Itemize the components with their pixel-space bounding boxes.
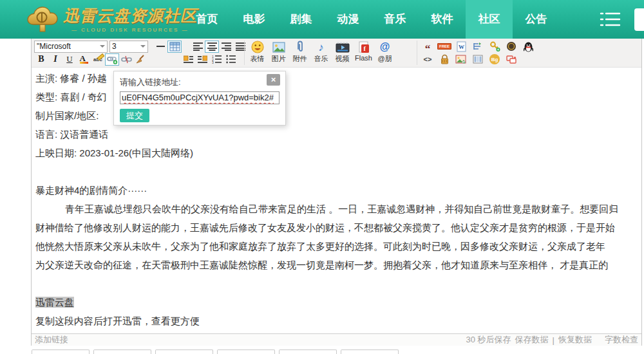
- toolbar-separator: [417, 41, 417, 65]
- menu-list-icon[interactable]: [599, 11, 622, 28]
- media-button-group: 表情 图片: [247, 40, 395, 66]
- word-document-icon: W: [457, 41, 466, 52]
- outline-button[interactable]: [469, 41, 486, 53]
- word-count-link[interactable]: 字数检查: [605, 334, 638, 346]
- indent-button[interactable]: [195, 53, 209, 66]
- text-line-synopsis-title: 暴走财神4的剧情简介······: [35, 181, 641, 200]
- clear-format-button[interactable]: [133, 53, 147, 66]
- form-box[interactable]: [341, 349, 399, 354]
- insert-code-button[interactable]: <>: [419, 53, 436, 66]
- logo-title: 迅雷云盘资源社区: [63, 5, 197, 26]
- text-line-para3: 他恍然大悟原来父亲从未吹牛，父亲为了他和家庭放弃了放弃了太多更好的选择。可此刻为…: [35, 237, 641, 256]
- toolbar-separator: [244, 41, 245, 65]
- nav-item-announcements[interactable]: 公告: [513, 0, 560, 39]
- editor-panel: "Microsoft 3: [31, 39, 642, 346]
- underline-button[interactable]: U: [62, 53, 77, 66]
- site-logo[interactable]: 迅雷云盘资源社区 — CLOUD DISK RESOURCES —: [26, 3, 197, 35]
- restore-data-link[interactable]: 恢复数据: [558, 334, 592, 346]
- qq-share-button[interactable]: [520, 41, 536, 53]
- save-data-link[interactable]: 保存数据: [515, 334, 549, 346]
- insert-link-button[interactable]: [105, 53, 119, 66]
- ordered-list-button[interactable]: 123: [209, 53, 223, 66]
- table-icon: [169, 42, 180, 51]
- background-color-button[interactable]: Bg: [486, 53, 503, 66]
- font-color-button[interactable]: A: [77, 53, 91, 66]
- svg-text:3: 3: [212, 61, 214, 64]
- free-content-button[interactable]: FREE: [436, 41, 453, 53]
- insert-table-button[interactable]: [167, 41, 182, 53]
- insert-remote-image-button[interactable]: [453, 53, 469, 66]
- align-right-icon: [222, 42, 231, 51]
- link-address-value: uE0FN4G5m0uPCcjXYvUA1?pwd=bik2#: [122, 93, 274, 102]
- hidden-content-button[interactable]: [503, 53, 520, 66]
- insert-video-button[interactable]: 视频: [332, 40, 353, 66]
- nav-item-home[interactable]: 首页: [184, 0, 231, 39]
- nav-item-community[interactable]: 社区: [466, 0, 513, 39]
- paperclip-icon: [296, 40, 305, 54]
- insert-music-button[interactable]: ♪ 音乐: [310, 40, 332, 66]
- unordered-list-button[interactable]: [223, 53, 238, 66]
- close-icon[interactable]: ×: [267, 74, 280, 86]
- nav-item-music[interactable]: 音乐: [372, 0, 419, 39]
- form-box[interactable]: [279, 349, 337, 354]
- top-navbar: 迅雷云盘资源社区 — CLOUD DISK RESOURCES — 首页 电影 …: [0, 0, 644, 39]
- mention-friend-button[interactable]: @ @朋: [374, 40, 395, 66]
- align-right-button[interactable]: [219, 41, 233, 53]
- font-color-icon: A: [80, 55, 88, 64]
- link-address-input[interactable]: uE0FN4G5m0uPCcjXYvUA1?pwd=bik2#: [120, 91, 279, 104]
- italic-button[interactable]: I: [48, 53, 62, 66]
- form-box[interactable]: [93, 349, 151, 354]
- text-line-blank: [35, 274, 641, 293]
- ordered-list-icon: 123: [212, 55, 222, 64]
- form-box[interactable]: [217, 349, 275, 354]
- editor-toolbar: "Microsoft 3: [32, 39, 641, 68]
- outdent-button[interactable]: [181, 53, 195, 66]
- hidden-content-icon: [506, 55, 517, 64]
- app-root: 迅雷云盘资源社区 — CLOUD DISK RESOURCES — 首页 电影 …: [0, 0, 644, 354]
- nav-item-software[interactable]: 软件: [419, 0, 466, 39]
- font-size-select[interactable]: 3: [109, 41, 148, 53]
- insert-image-button[interactable]: 图片: [268, 40, 289, 66]
- nav-item-anime[interactable]: 动漫: [325, 0, 372, 39]
- seal-button[interactable]: [503, 41, 520, 53]
- text-line-release: 上映日期: 2023-01-26(中国大陆网络): [35, 144, 641, 162]
- outdent-icon: [184, 55, 193, 64]
- chevron-down-icon: [100, 45, 105, 48]
- spellcheck-button[interactable]: abc: [91, 53, 105, 66]
- form-box[interactable]: [155, 349, 213, 354]
- align-left-button[interactable]: [191, 41, 205, 53]
- autosave-countdown: 30 秒后保存: [466, 334, 511, 346]
- video-icon: [336, 40, 350, 54]
- key-icon: [489, 41, 500, 51]
- blockquote-button[interactable]: “: [419, 41, 436, 53]
- indent-icon: [198, 55, 207, 64]
- emoticon-button[interactable]: 表情: [247, 40, 268, 66]
- seal-icon: [506, 41, 516, 51]
- underline-icon: U: [66, 54, 72, 64]
- logo-subtitle: — CLOUD DISK RESOURCES —: [63, 27, 197, 33]
- bold-button[interactable]: B: [34, 53, 48, 66]
- remove-link-button[interactable]: [119, 53, 133, 66]
- columns-icon: [473, 55, 483, 64]
- nav-item-series[interactable]: 剧集: [278, 0, 325, 39]
- align-center-button[interactable]: [205, 41, 219, 53]
- insert-flash-button[interactable]: f Flash: [353, 40, 374, 66]
- align-center-icon: [207, 42, 217, 51]
- font-family-select[interactable]: "Microsoft: [34, 41, 108, 53]
- text-line-para2: 财神借给了他修改别人财运的能力，王嘉诚先后修改了女友及发小的财运，不想都被父亲搅…: [35, 218, 641, 237]
- paste-word-button[interactable]: W: [453, 41, 469, 53]
- outline-tree-icon: [473, 42, 483, 51]
- horizontal-rule-button[interactable]: [153, 41, 167, 53]
- submit-button[interactable]: 提交: [120, 109, 149, 122]
- attachment-button[interactable]: 附件: [289, 40, 310, 66]
- nav-item-movies[interactable]: 电影: [231, 0, 278, 39]
- side-panel-edge[interactable]: [634, 8, 644, 31]
- align-justify-button[interactable]: [233, 41, 247, 53]
- layout-columns-button[interactable]: [469, 53, 486, 66]
- flash-icon: f: [358, 40, 370, 54]
- form-box[interactable]: [32, 349, 90, 354]
- locked-content-button[interactable]: [436, 53, 453, 66]
- password-content-button[interactable]: [486, 41, 503, 53]
- at-mention-icon: @: [380, 40, 390, 54]
- lock-icon: [440, 54, 450, 64]
